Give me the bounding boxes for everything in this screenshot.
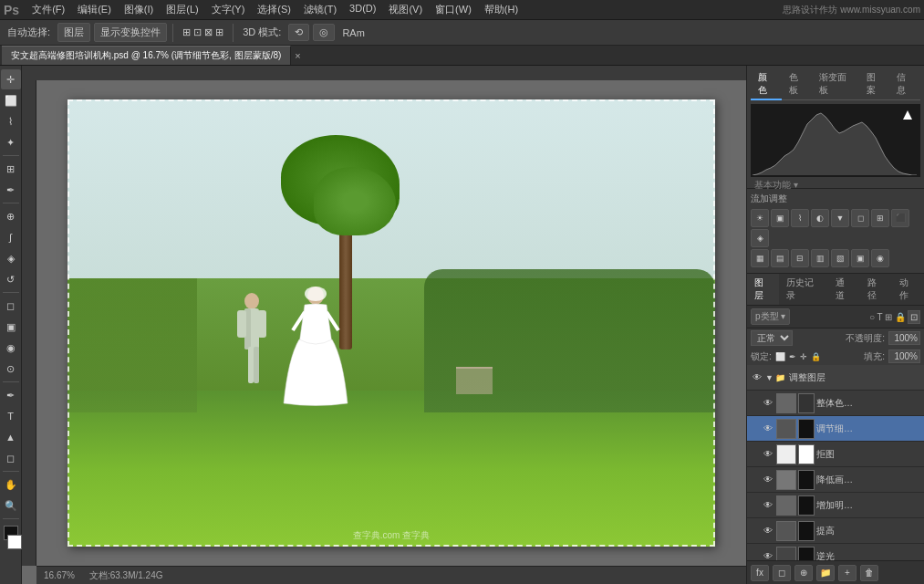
layer-adjustment-btn[interactable]: ⊕ bbox=[794, 565, 813, 581]
layer-item-5[interactable]: 👁 提高 bbox=[747, 518, 924, 544]
layer-item-3[interactable]: 👁 降低画… bbox=[747, 467, 924, 493]
crop-tool[interactable]: ⊞ bbox=[1, 159, 21, 179]
channel-mixer-adj[interactable]: ▦ bbox=[751, 249, 769, 267]
menu-help[interactable]: 帮助(H) bbox=[479, 1, 524, 18]
tab-layers[interactable]: 图层 bbox=[747, 274, 779, 305]
menu-view[interactable]: 视图(V) bbox=[383, 1, 428, 18]
canvas-content[interactable]: 查字典.com 查字典 bbox=[36, 80, 746, 566]
lock-all-btn[interactable]: 🔒 bbox=[811, 352, 821, 361]
magic-wand-tool[interactable]: ✦ bbox=[1, 132, 21, 152]
layer-eye-3[interactable]: 👁 bbox=[762, 474, 774, 486]
layer-eye-1[interactable]: 👁 bbox=[762, 422, 774, 435]
tab-color[interactable]: 颜色 bbox=[751, 69, 782, 100]
type-tool[interactable]: T bbox=[1, 406, 21, 426]
layer-group-btn[interactable]: 📁 bbox=[816, 565, 835, 581]
layer-item-1[interactable]: 👁 调节细… bbox=[747, 416, 924, 442]
tab-info[interactable]: 信息 bbox=[889, 69, 920, 100]
hsl-adj[interactable]: ◻ bbox=[851, 209, 869, 227]
layer-delete-btn[interactable]: 🗑 bbox=[860, 565, 878, 581]
fill-input[interactable] bbox=[888, 349, 920, 363]
history-brush-tool[interactable]: ↺ bbox=[1, 269, 21, 289]
path-select-tool[interactable]: ▲ bbox=[1, 427, 21, 447]
photo-filter-adj[interactable]: ◈ bbox=[751, 229, 769, 247]
layer-eye-6[interactable]: 👁 bbox=[762, 550, 774, 561]
tab-close-btn[interactable]: × bbox=[291, 50, 304, 61]
menu-file[interactable]: 文件(F) bbox=[26, 1, 70, 18]
color-lookup-adj[interactable]: ▤ bbox=[771, 249, 789, 267]
tab-actions[interactable]: 动作 bbox=[892, 274, 924, 305]
lock-position-btn[interactable]: ✛ bbox=[800, 352, 807, 361]
layer-add-mask-btn[interactable]: ◻ bbox=[773, 565, 791, 581]
vibrance-adj[interactable]: ▼ bbox=[831, 209, 849, 227]
3d-rotate-btn[interactable]: ⟲ bbox=[288, 24, 309, 41]
gradient-map-adj[interactable]: ▣ bbox=[851, 249, 869, 267]
pen-tool[interactable]: ✒ bbox=[1, 385, 21, 405]
dodge-tool[interactable]: ⊙ bbox=[1, 359, 21, 379]
tab-gradient[interactable]: 渐变面板 bbox=[812, 69, 858, 100]
eyedropper-tool[interactable]: ✒ bbox=[1, 180, 21, 200]
tab-channels[interactable]: 通道 bbox=[828, 274, 860, 305]
brightness-contrast-adj[interactable]: ☀ bbox=[751, 209, 769, 227]
show-transform-btn[interactable]: 显示变换控件 bbox=[94, 23, 167, 42]
filter-toggle[interactable]: ⊡ bbox=[908, 310, 920, 324]
layer-eye-0[interactable]: 👁 bbox=[762, 397, 774, 410]
lock-transparent-btn[interactable]: ⬜ bbox=[775, 352, 785, 361]
group-collapse-icon[interactable]: ▼ bbox=[765, 373, 773, 382]
marquee-tool[interactable]: ⬜ bbox=[1, 90, 21, 110]
tab-paths[interactable]: 路径 bbox=[860, 274, 892, 305]
3d-mode-label: 3D 模式: bbox=[239, 26, 285, 39]
menu-window[interactable]: 窗口(W) bbox=[430, 1, 477, 18]
gradient-tool[interactable]: ▣ bbox=[1, 317, 21, 337]
layer-eye-2[interactable]: 👁 bbox=[762, 448, 774, 461]
layer-group-header[interactable]: 👁 ▼ 📁 调整图层 bbox=[747, 365, 924, 391]
blur-tool[interactable]: ◉ bbox=[1, 338, 21, 358]
curves-adj[interactable]: ⌇ bbox=[791, 209, 809, 227]
eraser-tool[interactable]: ◻ bbox=[1, 296, 21, 316]
background-color[interactable] bbox=[7, 535, 22, 549]
tab-pattern[interactable]: 图案 bbox=[859, 69, 890, 100]
menu-image[interactable]: 图像(I) bbox=[119, 1, 159, 18]
selective-color-adj[interactable]: ◉ bbox=[871, 249, 889, 267]
lock-pixels-btn[interactable]: ✒ bbox=[789, 352, 796, 361]
move-tool[interactable]: ✛ bbox=[1, 69, 21, 89]
layer-type-filter[interactable]: p类型 ▾ bbox=[751, 308, 790, 325]
layer-eye-5[interactable]: 👁 bbox=[762, 525, 774, 537]
levels-adj[interactable]: ▣ bbox=[771, 209, 789, 227]
lasso-tool[interactable]: ⌇ bbox=[1, 111, 21, 131]
color-balance-adj[interactable]: ⊞ bbox=[871, 209, 889, 227]
zoom-tool[interactable]: 🔍 bbox=[1, 495, 21, 516]
menu-select[interactable]: 选择(S) bbox=[252, 1, 296, 18]
bw-adj[interactable]: ⬛ bbox=[891, 209, 909, 227]
zoom-level: 16.67% bbox=[44, 570, 75, 580]
menu-layer[interactable]: 图层(L) bbox=[161, 1, 203, 18]
menu-edit[interactable]: 编辑(E) bbox=[72, 1, 117, 18]
posterize-adj[interactable]: ▥ bbox=[811, 249, 829, 267]
blend-mode-select[interactable]: 正常 bbox=[751, 330, 793, 346]
layer-item-2[interactable]: 👁 拒图 bbox=[747, 442, 924, 467]
healing-brush-tool[interactable]: ⊕ bbox=[1, 206, 21, 226]
hand-tool[interactable]: ✋ bbox=[1, 474, 21, 495]
tab-history[interactable]: 历史记录 bbox=[779, 274, 828, 305]
clone-stamp-tool[interactable]: ◈ bbox=[1, 248, 21, 268]
layer-fx-btn[interactable]: fx bbox=[751, 565, 769, 581]
invert-adj[interactable]: ⊟ bbox=[791, 249, 809, 267]
threshold-adj[interactable]: ▧ bbox=[831, 249, 849, 267]
menu-filter[interactable]: 滤镜(T) bbox=[298, 1, 342, 18]
group-eye-icon[interactable]: 👁 bbox=[751, 371, 763, 384]
auto-select-dropdown[interactable]: 图层 bbox=[57, 23, 90, 42]
shape-tool[interactable]: ◻ bbox=[1, 448, 21, 468]
layer-item-6[interactable]: 👁 逆光 bbox=[747, 544, 924, 560]
exposure-adj[interactable]: ◐ bbox=[811, 209, 829, 227]
active-tab[interactable]: 安文超高端修图培训机构.psd @ 16.7% (调节细节色彩, 图层蒙版/8) bbox=[2, 46, 291, 65]
menu-3d[interactable]: 3D(D) bbox=[344, 1, 381, 18]
layer-item-0[interactable]: 👁 整体色… bbox=[747, 391, 924, 416]
menu-type[interactable]: 文字(Y) bbox=[206, 1, 251, 18]
layer-eye-4[interactable]: 👁 bbox=[762, 499, 774, 512]
layer-new-btn[interactable]: + bbox=[838, 565, 857, 581]
brush-tool[interactable]: ∫ bbox=[1, 227, 21, 247]
layer-item-4[interactable]: 👁 增加明… bbox=[747, 493, 924, 518]
opacity-input[interactable] bbox=[888, 331, 920, 345]
layer-thumb-5 bbox=[776, 521, 796, 541]
tab-swatches[interactable]: 色板 bbox=[782, 69, 813, 100]
3d-orbit-btn[interactable]: ◎ bbox=[313, 24, 335, 41]
